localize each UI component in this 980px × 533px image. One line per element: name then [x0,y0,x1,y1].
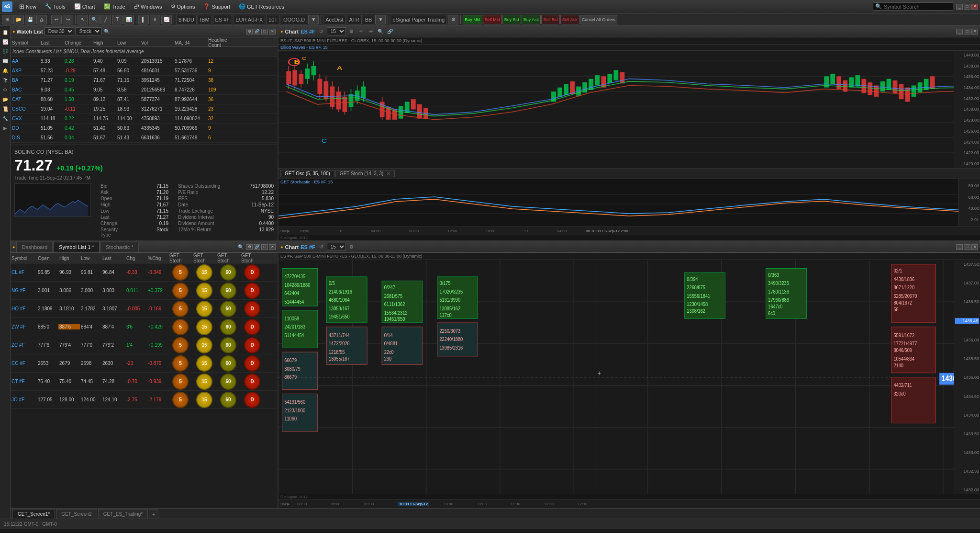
menu-chart[interactable]: 📈 Chart [70,2,99,11]
cancel-all-orders-btn[interactable]: Cancel All Orders [580,15,617,24]
tab-get-screen2[interactable]: GET_Screen2 [56,509,97,519]
line-chart-btn[interactable]: 📈 [161,15,172,24]
st-col-chg[interactable]: Chg [125,256,147,261]
sidebar-scanner-icon[interactable]: 🔭 [1,76,10,84]
save-btn[interactable]: 💾 [25,15,35,24]
symbol-indu[interactable]: $INDU [176,15,197,24]
symbol-ibm[interactable]: IBM [198,15,212,24]
menu-windows[interactable]: 🗗 Windows [130,3,166,11]
bottom-chart-minimize-btn[interactable]: _ [956,244,963,250]
st-col-g5[interactable]: GET Stoch [168,253,192,263]
st-col-symbol[interactable]: Symbol [11,256,37,261]
bar-btn[interactable]: ▌ [138,15,149,24]
buy-market-btn[interactable]: Buy Mkt [463,15,482,24]
chart-type-btn[interactable]: 📊 [123,15,134,24]
sidebar-settings-icon[interactable]: 🔧 [1,114,10,123]
sidebar-portfolio-icon[interactable]: 📂 [1,95,10,103]
col-ma34[interactable]: MA, 34 [173,40,207,45]
menu-trade[interactable]: 💹 Trade [100,2,129,11]
top-chart-symbol[interactable]: ES #F [301,29,315,34]
list-item[interactable]: CC #F 2653 2679 2598 2630 -23 -0.879 5 1… [11,354,278,373]
list-item[interactable]: ZC #F 777'6 779'4 777'0 779'2 1'4 +0.199… [11,336,278,354]
sell-market-btn[interactable]: Sell Mkt [483,15,502,24]
tab-stochastic[interactable]: Stochastic * [100,242,139,252]
symbol-search-input[interactable] [884,4,951,10]
open-btn[interactable]: 📂 [13,15,24,24]
chart-zoom-btn[interactable]: 🔍 [377,28,384,35]
list-item[interactable]: NG #F 3.001 3.006 3.000 3.003 0.011 +0.3… [11,282,278,300]
table-row[interactable]: AXP 57.23 -0.29 57.48 56.80 4816031 57.5… [11,66,278,76]
bottom-chart-maximize-btn[interactable]: □ [964,244,970,250]
st-col-pchg[interactable]: %Chg [147,256,168,261]
indicator-atr[interactable]: ATR [347,15,362,24]
chart-period-dropdown[interactable]: 15 [327,27,346,35]
col-high[interactable]: High [92,40,116,45]
st-col-low[interactable]: Low [80,256,101,261]
col-vol[interactable]: Vol [140,40,173,45]
st-col-open[interactable]: Open [37,256,58,261]
close-button[interactable]: ✕ [971,4,978,10]
chart-crosshair-btn[interactable]: ✛ [367,28,375,35]
chart-close-btn[interactable]: ✕ [971,29,978,34]
symbol-esf[interactable]: ES #F [213,15,233,24]
table-row[interactable]: CAT 88.60 1.50 89.12 87.41 5877374 87.99… [11,95,278,104]
dashboard-float-btn[interactable]: □ [261,244,268,250]
zoom-btn[interactable]: 🔍 [89,15,100,24]
st-col-g15[interactable]: GET Stoch [192,253,216,263]
symbol-dropdown-btn[interactable]: ▼ [308,15,319,24]
candle-btn[interactable]: 🕯 [150,15,160,24]
chart-maximize-btn[interactable]: □ [964,29,970,34]
sidebar-alerts-icon[interactable]: 🔔 [1,66,10,75]
indicator-tab-stoch[interactable]: GET Stoch (14, 3, 3) ✕ [335,170,395,177]
menu-new[interactable]: ⊞ New [15,2,40,11]
bottom-chart-refresh-btn[interactable]: ↺ [317,243,325,251]
menu-tools[interactable]: 🔧 Tools [41,2,69,11]
text-btn[interactable]: T [112,15,122,24]
st-col-g60[interactable]: GET Stoch [216,253,240,263]
sell-bid-btn[interactable]: Sell Bid [541,15,560,24]
chart-refresh-btn[interactable]: ↺ [317,28,325,35]
dashboard-link-btn[interactable]: 🔗 [254,244,260,250]
bottom-chart-settings-btn[interactable]: ⚙ [348,243,356,251]
sidebar-trade-icon[interactable]: 💱 [1,47,10,56]
tab-dashboard[interactable]: Dashboard [16,242,53,252]
indicator-bb[interactable]: BB [363,15,375,24]
menu-options[interactable]: ⚙ Options [167,2,199,11]
st-col-high[interactable]: High [58,256,80,261]
watchlist-search-btn[interactable]: 🔍 [103,28,111,35]
new-toolbar-btn[interactable]: ⊞ [2,15,12,24]
dashboard-settings-btn[interactable]: ⚙ [246,244,253,250]
symbol-goog[interactable]: GOOG.D [281,15,307,24]
table-row[interactable]: CVX 114.18 0.22 114.75 114.00 4758893 11… [11,114,278,124]
dashboard-close-btn[interactable]: ✕ [269,244,276,250]
watchlist-close-btn[interactable]: ✕ [269,29,276,34]
bottom-chart-close-btn[interactable]: ✕ [971,244,978,250]
maximize-button[interactable]: □ [964,4,970,10]
sell-ask-btn[interactable]: Sell Ask [560,15,579,24]
sidebar-options-icon[interactable]: ⚙ [1,85,10,94]
col-symbol[interactable]: Symbol [11,40,39,45]
minimize-button[interactable]: _ [956,4,963,10]
chart-settings-btn[interactable]: ⚙ [348,28,356,35]
list-item[interactable]: ZW #F 885'0 887'6 884'4 887'4 3'6 +0.429… [11,318,278,336]
table-row[interactable]: AA 9.33 0.28 9.40 9.09 20513915 9.17876 … [11,57,278,66]
table-row[interactable]: BAC 9.03 0.45 9.05 8.58 201256568 8.7472… [11,85,278,95]
chart-draw-btn[interactable]: ✏ [357,28,365,35]
top-chart-body[interactable]: B C A C 5 1430.00 1440.00 1438. [278,51,980,168]
line-btn[interactable]: ╱ [100,15,111,24]
menu-support[interactable]: ❓ Support [200,2,234,11]
broker-settings-btn[interactable]: ⚙ [448,15,458,24]
col-change[interactable]: Change [63,40,92,45]
table-row[interactable]: CSCO 19.04 -0.11 19.25 18.93 31276271 19… [11,104,278,114]
table-row[interactable]: DD 51.05 0.42 51.40 50.63 4335345 50.709… [11,124,278,133]
buy-bid-btn[interactable]: Buy Bid [502,15,521,24]
bottom-chart-period[interactable]: 15 [327,243,346,251]
chart-link-btn[interactable]: 🔗 [386,28,394,35]
sidebar-news-icon[interactable]: 📰 [1,57,10,65]
st-col-last[interactable]: Last [101,256,125,261]
print-btn[interactable]: 🖨 [36,15,47,24]
indicator-tab-osc[interactable]: GET Osc (5, 35, 100) [280,170,334,177]
col-headlines[interactable]: Headline Count [207,37,235,48]
st-col-gd[interactable]: GET Stoch [240,253,264,263]
indicator-accdist[interactable]: AccDist [323,15,345,24]
